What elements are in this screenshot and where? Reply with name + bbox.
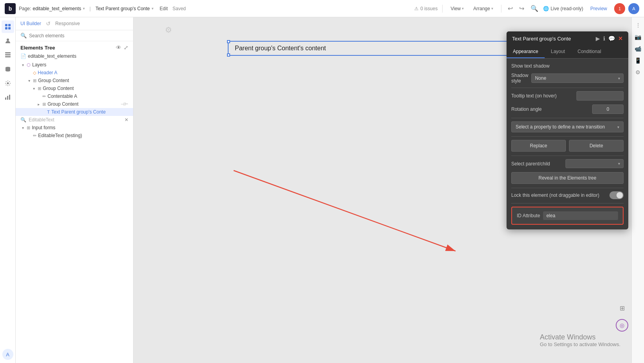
- page-selector[interactable]: Page: editable_text_elements ▾: [19, 6, 85, 11]
- svg-point-9: [7, 82, 9, 84]
- shadow-style-row: Shadow style None ▾: [511, 73, 624, 84]
- header-a-icon: ◇: [33, 70, 36, 75]
- redo-button[interactable]: ↪: [518, 3, 526, 14]
- panel-play-icon[interactable]: ▶: [596, 35, 600, 42]
- left-icon-chart[interactable]: [2, 91, 14, 104]
- header-a-spacer: [27, 70, 31, 75]
- reveal-button[interactable]: Reveal in the Elements tree: [511, 172, 624, 184]
- shadow-style-label: Shadow style: [511, 73, 528, 84]
- tree-item-header-a[interactable]: ◇ Header A: [16, 69, 133, 77]
- face-icon[interactable]: ◎: [616, 319, 628, 332]
- layers-label: Layers: [32, 62, 46, 68]
- search-icon[interactable]: 🔍: [529, 3, 540, 14]
- select-parent-child-select[interactable]: ▾: [565, 159, 624, 168]
- lock-row: Lock this element (not draggable in edit…: [511, 191, 624, 199]
- eye-icon[interactable]: 👁: [116, 44, 121, 51]
- right-icon-gear[interactable]: ⚙: [633, 68, 643, 77]
- right-icon-mobile[interactable]: 📱: [633, 56, 643, 65]
- gc2-label: Group Content: [43, 86, 74, 91]
- panel-chat-icon[interactable]: 💬: [608, 35, 615, 42]
- right-icon-video[interactable]: 📹: [633, 44, 643, 53]
- tree-item-group-content-2[interactable]: ▾ ⊞ Group Content: [16, 84, 133, 92]
- user-avatar[interactable]: A: [628, 3, 639, 14]
- delete-button[interactable]: Delete: [569, 140, 624, 152]
- handle-tl[interactable]: [227, 40, 230, 43]
- left-icon-database[interactable]: [2, 63, 14, 75]
- element-panel: Text Parent group's Conte ▶ ℹ 💬 ✕ Appear…: [507, 31, 628, 229]
- left-icon-data[interactable]: [2, 49, 14, 61]
- tree-search-clear[interactable]: ✕: [124, 117, 128, 123]
- tree-item-text-parent[interactable]: T Text Parent group's Conte: [16, 108, 133, 116]
- gc3-label: Group Content: [48, 101, 79, 107]
- left-icon-users[interactable]: [2, 35, 14, 47]
- ca-spacer: [36, 94, 41, 99]
- tree-item-group-content-3[interactable]: ▸ ⊞ Group Content ⊣⊢: [16, 100, 133, 108]
- left-icon-builder[interactable]: [2, 20, 14, 33]
- header-a-label: Header A: [38, 70, 57, 75]
- panel-body: Show text shadow Shadow style None ▾ Too…: [507, 59, 628, 229]
- gc1-icon: ⊞: [33, 78, 37, 83]
- view-button[interactable]: View ▾: [447, 4, 467, 13]
- panel-info-icon[interactable]: ℹ: [603, 35, 605, 42]
- right-iconbar: ⋮ 📷 📹 📱 ⚙: [631, 17, 644, 363]
- svg-rect-2: [5, 27, 7, 29]
- svg-rect-0: [5, 24, 7, 26]
- tab-responsive[interactable]: Responsive: [55, 21, 80, 26]
- topbar-divider-1: [442, 5, 443, 13]
- user-initial-icon: A: [6, 352, 9, 358]
- panel-close-button[interactable]: ✕: [618, 35, 623, 42]
- right-icon-camera[interactable]: 📷: [633, 32, 643, 42]
- selected-text-element[interactable]: Parent group's Content's content: [228, 41, 550, 56]
- elements-title: Elements Tree: [20, 45, 55, 51]
- rotation-input[interactable]: [592, 104, 624, 114]
- tab-ui-builder[interactable]: UI Builder: [20, 21, 41, 26]
- ca-label: Contentable A: [48, 94, 77, 99]
- logo: b: [5, 3, 16, 14]
- tooltip-input[interactable]: [576, 91, 624, 101]
- undo-button[interactable]: ↩: [506, 3, 514, 14]
- search-input[interactable]: [29, 33, 128, 38]
- tree-item-input-forms[interactable]: ▾ ⊞ Input forms: [16, 124, 133, 132]
- page-name: editable_text_elements: [33, 6, 81, 11]
- sidebar-tabs: UI Builder ↺ Responsive: [16, 17, 133, 30]
- live-mode-toggle[interactable]: 🌐 Live (read-only): [543, 6, 583, 11]
- id-attribute-input[interactable]: [543, 211, 618, 220]
- id-attribute-row: ID Attribute: [511, 207, 624, 225]
- layers-toggle-icon: ▾: [20, 62, 25, 67]
- panel-divider-3: [511, 136, 624, 137]
- arrange-button[interactable]: Arrange ▾: [470, 4, 496, 13]
- select-parent-child-chevron-icon: ▾: [618, 161, 620, 166]
- svg-point-4: [7, 38, 9, 41]
- if-label: Input forms: [32, 125, 55, 130]
- live-label: Live (read-only): [551, 6, 583, 11]
- tab-conditional[interactable]: Conditional: [571, 46, 607, 58]
- gc3-icon: ⊞: [42, 102, 46, 107]
- svg-rect-6: [5, 54, 11, 55]
- element-selector[interactable]: Text Parent group's Conte ▾: [95, 6, 153, 11]
- view-label: View: [450, 6, 461, 11]
- lock-toggle[interactable]: [609, 191, 624, 199]
- svg-rect-1: [8, 24, 11, 26]
- transition-dropdown[interactable]: Select a property to define a new transi…: [511, 121, 624, 132]
- left-icon-user-active[interactable]: A: [2, 349, 13, 360]
- tab-appearance[interactable]: Appearance: [507, 46, 545, 58]
- notifications-button[interactable]: 1: [614, 3, 625, 14]
- grid-icon[interactable]: ⊞: [616, 302, 628, 314]
- elements-tree: ▾ ⬡ Layers ◇ Header A ▾ ⊞ Group Content …: [16, 60, 133, 140]
- expand-icon[interactable]: ⤢: [124, 44, 128, 51]
- tree-item-layers[interactable]: ▾ ⬡ Layers: [16, 61, 133, 69]
- gc2-icon: ⊞: [38, 86, 41, 91]
- preview-button[interactable]: Preview: [586, 4, 611, 13]
- replace-button[interactable]: Replace: [511, 140, 566, 152]
- svg-rect-3: [8, 27, 11, 29]
- transition-placeholder: Select a property to define a new transi…: [516, 124, 605, 130]
- tab-layout[interactable]: Layout: [545, 46, 571, 58]
- shadow-style-select[interactable]: None ▾: [531, 73, 624, 83]
- right-icon-dots[interactable]: ⋮: [633, 20, 643, 30]
- tree-item-contentable-a[interactable]: ✏ Contentable A: [16, 92, 133, 100]
- tree-item-group-content-1[interactable]: ▾ ⊞ Group Content: [16, 77, 133, 84]
- handle-bl[interactable]: [227, 53, 230, 57]
- tree-item-editable-text[interactable]: ✏ EditableText (testing): [16, 132, 133, 139]
- panel-icons: ▶ ℹ 💬 ✕: [596, 35, 623, 42]
- left-icon-settings[interactable]: [2, 77, 14, 90]
